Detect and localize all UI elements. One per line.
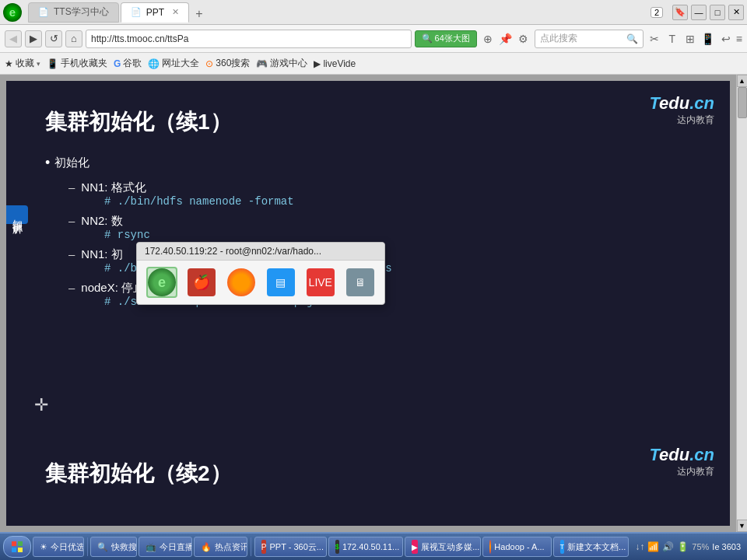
scroll-down-button[interactable]: ▼: [737, 520, 748, 532]
apps-icon[interactable]: ⊞: [682, 33, 698, 45]
scrollbar-right[interactable]: ▲ ▼: [736, 75, 747, 532]
slide-2-title: 集群初始化（续2）: [45, 459, 699, 488]
settings-icon[interactable]: ⚙: [516, 33, 531, 45]
scroll-track: [737, 87, 747, 520]
taskbar-divider-2: [251, 537, 251, 556]
start-button[interactable]: [3, 536, 31, 558]
more-button[interactable]: ≡: [736, 33, 742, 45]
tray-icon-1[interactable]: ↓↑: [635, 541, 644, 552]
tab-label-tts: TTS学习中心: [54, 5, 109, 19]
tab-tts[interactable]: 📄 TTS学习中心: [28, 2, 119, 23]
forward-button[interactable]: ▶: [25, 30, 42, 47]
pin-icon[interactable]: 📌: [498, 33, 514, 45]
popup-icon-firefox[interactable]: [226, 267, 257, 298]
new-tab-button[interactable]: +: [191, 5, 208, 23]
svg-rect-0: [12, 541, 16, 546]
url-text: http://tts.tmooc.cn/ttsPa: [91, 33, 188, 44]
fav-item-collect[interactable]: ★ 收藏 ▾: [5, 57, 40, 70]
text-taskbar-label: 新建文本文档...: [567, 541, 626, 553]
plus-button[interactable]: ✛: [34, 395, 59, 420]
ie-popup-logo: e: [148, 268, 176, 296]
live-taskbar-icon: 📺: [146, 542, 156, 552]
share-icon[interactable]: ⊕: [480, 33, 496, 45]
fav-item-google[interactable]: G 谷歌: [114, 57, 142, 70]
back-button[interactable]: ◀: [5, 30, 22, 47]
refresh-button[interactable]: ↺: [45, 30, 62, 47]
taskbar-today-btn[interactable]: ☀ 今日优选: [33, 537, 84, 557]
popup-icon-ie[interactable]: e: [146, 267, 177, 298]
side-tab[interactable]: 知识讲解: [6, 205, 28, 224]
tab-icon-ppt: 📄: [131, 7, 142, 17]
url-box[interactable]: http://tts.tmooc.cn/ttsPa: [86, 30, 412, 48]
popup-title: 172.40.50.119:22 - root@nn02:/var/hado..…: [137, 243, 384, 261]
phone-icon[interactable]: 📱: [700, 33, 716, 45]
fav-item-urlnav[interactable]: 🌐 网址大全: [148, 57, 199, 70]
fav-label-live: liveVide: [323, 58, 356, 69]
system-tray: ↓↑ 📶 🔊 🔋 75% Ie 3603: [632, 534, 744, 560]
ff-taskbar-label: Hadoop - A...: [494, 542, 544, 551]
tab-close-ppt[interactable]: ✕: [172, 7, 179, 17]
popup-icon-monitor[interactable]: 🖥: [345, 267, 375, 298]
cut-icon[interactable]: ✂: [647, 33, 662, 45]
translate-icon[interactable]: T: [665, 33, 680, 45]
zoom-icon: 🔍: [422, 33, 433, 44]
sub-nn2-label: NN2: 数: [81, 214, 122, 229]
windows-icon: [10, 540, 24, 554]
today-label: 今日优选: [51, 541, 84, 553]
fav-label-collect: 收藏: [16, 57, 34, 70]
star-icon: ★: [5, 58, 13, 69]
popup-icon-red[interactable]: 🍎: [187, 267, 217, 298]
scroll-thumb[interactable]: [738, 87, 747, 118]
taskbar-ff-btn[interactable]: Hadoop - A...: [482, 537, 552, 557]
search-box[interactable]: 点此搜索 🔍: [535, 30, 644, 48]
home-button[interactable]: ⌂: [65, 30, 82, 47]
popup-icon-live[interactable]: LIVE: [305, 267, 335, 298]
taskbar-terminal-btn[interactable]: $ 172.40.50.11...: [328, 537, 403, 557]
tedu-logo-text-1: Tedu.cn: [649, 93, 714, 114]
game-icon: 🎮: [256, 58, 268, 69]
taskbar-divider-1: [87, 537, 88, 556]
taskbar-quicksearch-btn[interactable]: 🔍 快救搜: [90, 537, 137, 557]
favorites-bar: ★ 收藏 ▾ 📱 手机收藏夹 G 谷歌 🌐 网址大全 ⊙ 360搜索 🎮 游戏中…: [0, 53, 747, 75]
tray-icon-4[interactable]: 🔋: [677, 541, 689, 552]
bullet-initialize-label: 初始化: [54, 156, 89, 170]
tray-icon-3[interactable]: 🔊: [662, 541, 674, 552]
fav-label-urlnav: 网址大全: [162, 57, 199, 70]
addr-icons: ⊕ 📌 ⚙: [480, 33, 531, 45]
video-taskbar-label: 展视互动多媒...: [421, 541, 479, 553]
fav-item-live[interactable]: ▶ liveVide: [314, 58, 356, 69]
hot-icon: 🔥: [201, 542, 212, 552]
live-icon: ▶: [314, 58, 321, 69]
toolbar-icons: ✂ T ⊞ 📱 ↩ ≡: [647, 33, 742, 45]
chevron-down-icon: ▾: [37, 60, 40, 68]
maximize-button[interactable]: □: [710, 5, 725, 20]
bookmark-button[interactable]: 🔖: [672, 5, 688, 20]
taskbar-hot-btn[interactable]: 🔥 热点资讯: [194, 537, 247, 557]
live-taskbar-label: 今日直播: [160, 541, 192, 553]
fav-label-google: 谷歌: [123, 57, 142, 70]
taskbar-video-btn[interactable]: ▶ 展视互动多媒...: [405, 537, 481, 557]
zoom-percent: 75%: [692, 542, 709, 551]
taskbar-live-btn[interactable]: 📺 今日直播: [139, 537, 192, 557]
fav-item-mobile[interactable]: 📱 手机收藏夹: [47, 57, 107, 70]
close-button[interactable]: ✕: [728, 5, 744, 20]
scroll-up-button[interactable]: ▲: [737, 75, 748, 87]
sub-nn1-init-label: NN1: 初: [81, 247, 122, 262]
tab-ppt[interactable]: 📄 PPT ✕: [121, 2, 189, 23]
popup-icon-terminal[interactable]: ▤: [266, 267, 296, 298]
ff-taskbar-icon: [489, 540, 492, 554]
code-nn1-format: # ./bin/hdfs namenode -format: [104, 195, 699, 208]
minimize-button[interactable]: —: [691, 5, 707, 20]
side-tab-label: 知识讲解: [10, 212, 24, 218]
fav-item-360[interactable]: ⊙ 360搜索: [205, 57, 250, 70]
taskbar-text-btn[interactable]: T 新建文本文档...: [553, 537, 630, 557]
tray-icon-2[interactable]: 📶: [647, 541, 659, 552]
search-placeholder: 点此搜索: [540, 32, 577, 45]
360-icon: ⊙: [205, 58, 213, 69]
terminal-taskbar-icon: $: [335, 540, 339, 554]
fav-item-games[interactable]: 🎮 游戏中心: [256, 57, 307, 70]
taskbar-ppt-btn[interactable]: P PPT - 360云...: [254, 537, 327, 557]
undo-icon[interactable]: ↩: [718, 33, 734, 45]
bullet-main-1: 初始化: [45, 156, 699, 171]
zoom-button[interactable]: 🔍 64张大图: [415, 30, 477, 47]
